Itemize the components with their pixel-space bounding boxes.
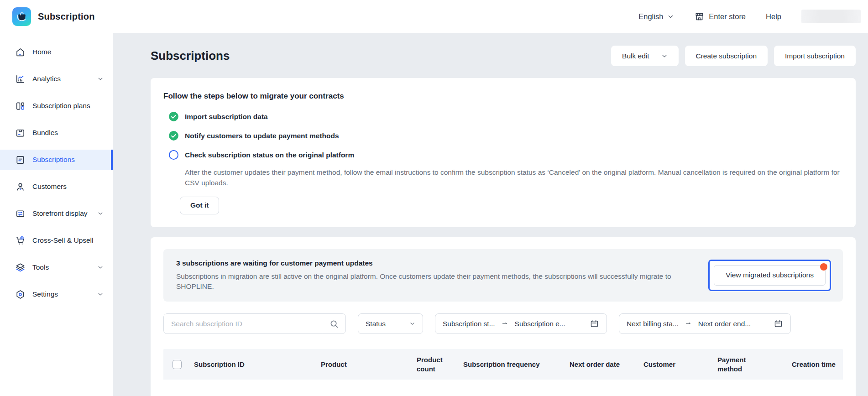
subscription-plans-icon [15, 101, 26, 111]
language-selector[interactable]: English [638, 12, 674, 21]
app-logo [12, 7, 31, 26]
sidebar-item-label: Subscription plans [32, 102, 104, 110]
analytics-icon [15, 74, 26, 84]
storefront-icon [694, 11, 705, 22]
got-it-button[interactable]: Got it [180, 197, 219, 214]
sidebar-item-analytics[interactable]: Analytics [0, 69, 113, 89]
help-link[interactable]: Help [766, 12, 781, 21]
sidebar-item-label: Tools [32, 263, 97, 271]
select-all-checkbox[interactable] [173, 360, 182, 369]
calendar-icon [590, 319, 599, 328]
tools-icon [15, 262, 26, 273]
migration-step-label: Check subscription status on the origina… [185, 151, 354, 159]
range-start-label: Subscription st... [443, 320, 495, 328]
cart-upsell-icon [15, 235, 26, 246]
store-name-redacted[interactable] [801, 10, 861, 23]
range-end-label: Next order end... [698, 320, 751, 328]
search-icon [329, 319, 339, 329]
migration-step-notify-customers-to-update-payment-methods: Notify customers to update payment metho… [168, 130, 843, 141]
chevron-down-icon [409, 321, 415, 327]
table-column-subscription-id: Subscription ID [185, 360, 312, 369]
sidebar-item-label: Customers [32, 182, 104, 191]
status-filter-label: Status [366, 320, 386, 328]
table-select-all-cell [163, 360, 185, 369]
migration-card-title: Follow the steps below to migrate your c… [163, 92, 843, 101]
migration-step-import-subscription-data: Import subscription data [168, 111, 843, 122]
create-subscription-button[interactable]: Create subscription [685, 46, 768, 66]
sidebar-item-bundles[interactable]: Bundles [0, 123, 113, 143]
search-button[interactable] [322, 314, 345, 333]
filter-row: Status Subscription st... Subscription e… [163, 313, 843, 334]
sidebar-item-settings[interactable]: Settings [0, 284, 113, 304]
sidebar-item-subscriptions[interactable]: Subscriptions [0, 150, 113, 170]
sidebar-item-label: Analytics [32, 75, 97, 83]
page-actions: Bulk edit Create subscription Import sub… [611, 46, 856, 66]
check-circle-icon [168, 130, 179, 141]
migration-steps-list: Import subscription dataNotify customers… [163, 111, 843, 161]
banner-title: 3 subscriptions are waiting for customer… [176, 259, 701, 267]
range-end-label: Subscription e... [515, 320, 565, 328]
bundles-icon [15, 128, 26, 138]
topbar: Subscription English Enter store Help [0, 0, 868, 33]
sidebar-item-label: Cross-Sell & Upsell [32, 236, 104, 245]
search-input[interactable] [164, 320, 322, 328]
shopping-bag-icon [15, 10, 29, 23]
migration-step-note: After the customer updates their payment… [185, 167, 843, 188]
table-column-next-order-date: Next order date [560, 360, 634, 369]
arrow-right-icon [685, 320, 692, 327]
page-header: Subscriptions Bulk edit Create subscript… [151, 33, 856, 78]
migration-steps-card: Follow the steps below to migrate your c… [151, 78, 856, 227]
import-subscription-label: Import subscription [785, 52, 845, 60]
table-column-payment-method: Payment method [708, 355, 783, 374]
sidebar-item-cross-sell-upsell[interactable]: Cross-Sell & Upsell [0, 230, 113, 250]
search-box [163, 313, 346, 334]
import-subscription-button[interactable]: Import subscription [774, 46, 856, 66]
sidebar-item-customers[interactable]: Customers [0, 177, 113, 197]
subscription-date-range-filter[interactable]: Subscription st... Subscription e... [435, 313, 607, 334]
subscriptions-list-card: 3 subscriptions are waiting for customer… [151, 237, 856, 396]
table-row[interactable] [163, 380, 843, 396]
migration-step-label: Notify customers to update payment metho… [185, 132, 339, 140]
banner-text: 3 subscriptions are waiting for customer… [176, 259, 701, 292]
view-migrated-subscriptions-button[interactable]: View migrated subscriptions [714, 265, 826, 286]
sidebar-item-tools[interactable]: Tools [0, 257, 113, 277]
status-filter[interactable]: Status [358, 313, 423, 334]
chevron-down-icon [661, 53, 668, 59]
chevron-down-icon [667, 13, 674, 20]
home-icon [15, 47, 26, 57]
spotlight-highlight: View migrated subscriptions [708, 260, 831, 291]
app-title: Subscription [38, 11, 95, 22]
calendar-icon [774, 319, 783, 328]
language-label: English [638, 12, 663, 21]
table-column-product: Product [312, 360, 408, 369]
table-column-customer: Customer [634, 360, 708, 369]
empty-circle-icon [168, 149, 179, 161]
chevron-down-icon [97, 210, 104, 217]
help-label: Help [766, 12, 781, 21]
storefront-display-icon [15, 208, 26, 219]
enter-store-link[interactable]: Enter store [694, 11, 746, 22]
customers-icon [15, 182, 26, 192]
chevron-down-icon [97, 264, 104, 271]
migration-step-label: Import subscription data [185, 113, 268, 121]
sidebar-item-label: Settings [32, 290, 97, 298]
bulk-edit-button[interactable]: Bulk edit [611, 46, 678, 66]
sidebar-item-label: Storefront display [32, 209, 97, 218]
chevron-down-icon [97, 291, 104, 297]
sidebar-item-subscription-plans[interactable]: Subscription plans [0, 96, 113, 116]
sidebar-item-label: Bundles [32, 129, 104, 137]
range-start-label: Next billing sta... [627, 320, 679, 328]
table-column-creation-time: Creation time [783, 360, 843, 369]
sidebar-item-storefront-display[interactable]: Storefront display [0, 203, 113, 224]
next-billing-range-filter[interactable]: Next billing sta... Next order end... [619, 313, 791, 334]
sidebar-item-home[interactable]: Home [0, 42, 113, 62]
bulk-edit-label: Bulk edit [622, 52, 649, 60]
settings-icon [15, 289, 26, 300]
sidebar-item-label: Home [32, 48, 104, 56]
chevron-down-icon [97, 76, 104, 82]
create-subscription-label: Create subscription [696, 52, 757, 60]
table-header-row: Subscription IDProductProduct countSubsc… [163, 349, 843, 380]
table-column-product-count: Product count [408, 355, 454, 374]
page-title: Subscriptions [151, 49, 230, 63]
sidebar-item-label: Subscriptions [32, 156, 104, 164]
